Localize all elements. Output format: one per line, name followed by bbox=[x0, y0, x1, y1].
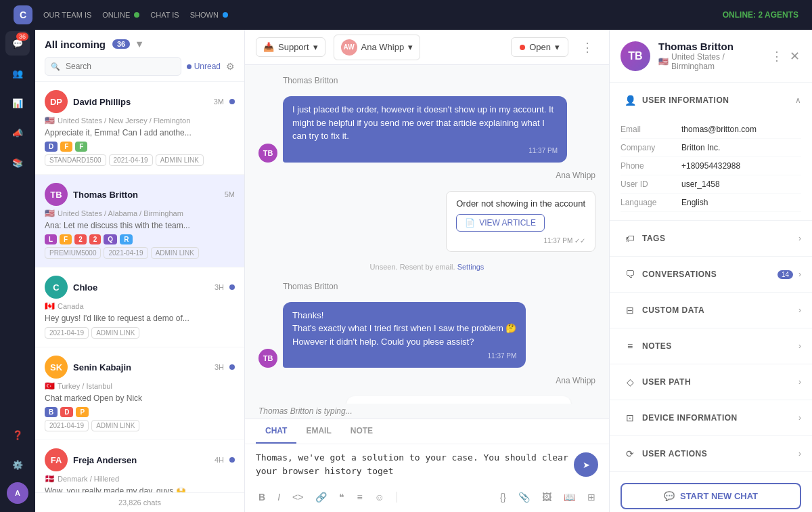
conversations-header[interactable]: 🗨 CONVERSATIONS 14 › bbox=[610, 257, 812, 292]
tag: 2 bbox=[74, 234, 87, 244]
tab-chat[interactable]: CHAT bbox=[256, 419, 296, 444]
attachment-btn[interactable]: 📎 bbox=[516, 489, 533, 505]
conv-labels: PREMIUM5000 2021-04-19 ADMIN LINK bbox=[45, 247, 235, 259]
msg-avatar: TB bbox=[258, 349, 277, 368]
msg-sender-label: Ana Whipp bbox=[258, 376, 595, 385]
language-label: Language bbox=[621, 198, 681, 207]
more-options-icon[interactable]: ⋮ bbox=[769, 47, 784, 65]
sidebar-chat-icon[interactable]: 💬 36 bbox=[5, 31, 30, 56]
sidebar-contacts-icon[interactable]: 👥 bbox=[5, 61, 30, 85]
msg-sender-label: Ana Whipp bbox=[258, 171, 595, 180]
conv-item-header: DP David Phillips 3M bbox=[45, 90, 235, 113]
agent-selector[interactable]: AW Ana Whipp ▾ bbox=[334, 35, 421, 60]
tag: D bbox=[60, 407, 73, 417]
more-options-btn[interactable]: ⋮ bbox=[577, 37, 598, 58]
quote-btn[interactable]: ❝ bbox=[336, 489, 347, 505]
chat-input[interactable]: Thomas, we've got a solution to your cas… bbox=[256, 451, 568, 478]
list-settings-icon[interactable]: ⚙ bbox=[226, 61, 235, 72]
label: ADMIN LINK bbox=[91, 327, 139, 339]
conv-preview: Chat marked Open by Nick bbox=[45, 393, 207, 403]
conv-tags: L F 2 2 Q R bbox=[45, 234, 235, 244]
chevron-right-icon: › bbox=[798, 413, 801, 423]
search-input[interactable] bbox=[45, 57, 181, 76]
bold-btn[interactable]: B bbox=[256, 489, 268, 505]
conv-dropdown[interactable]: All incoming 36 ▾ bbox=[45, 38, 142, 50]
close-panel-icon[interactable]: ✕ bbox=[788, 47, 801, 65]
unread-indicator bbox=[229, 284, 235, 290]
agents-count: ONLINE: 2 AGENTS bbox=[723, 10, 798, 20]
conv-item[interactable]: FA Freja Andersen 4H 🇩🇰 Denmark / Hiller… bbox=[35, 440, 244, 492]
conv-name: Senin Kabajin bbox=[73, 362, 209, 372]
unread-filter[interactable]: Unread bbox=[187, 62, 221, 71]
tag: F bbox=[60, 234, 72, 244]
app-logo: C bbox=[14, 5, 32, 24]
message-row: TB Thanks!That's exactly what I tried fi… bbox=[258, 302, 595, 368]
right-panel: TB Thomas Britton 🇺🇸 United States / Bir… bbox=[609, 0, 812, 512]
avatar: DP bbox=[45, 90, 68, 113]
italic-btn[interactable]: I bbox=[275, 489, 283, 505]
tags-header[interactable]: 🏷 TAGS › bbox=[610, 221, 812, 256]
conv-time: 5M bbox=[225, 190, 235, 198]
sidebar-books-icon[interactable]: 📚 bbox=[5, 150, 30, 175]
open-dot bbox=[520, 45, 525, 50]
online-status: ONLINE bbox=[102, 11, 139, 19]
start-new-chat-btn[interactable]: 💬 START NEW CHAT bbox=[621, 483, 801, 509]
article-btn[interactable]: 📖 bbox=[561, 489, 578, 505]
online-label: ONLINE bbox=[102, 11, 130, 19]
conv-item[interactable]: SK Senin Kabajin 3H 🇹🇷 Turkey / Istanbul… bbox=[35, 347, 244, 440]
settings-link[interactable]: Settings bbox=[457, 263, 484, 271]
notes-icon: ≡ bbox=[621, 337, 639, 356]
link-btn[interactable]: 🔗 bbox=[313, 489, 330, 505]
notes-header[interactable]: ≡ NOTES › bbox=[610, 328, 812, 364]
code-btn[interactable]: <> bbox=[290, 489, 306, 505]
code-block-btn[interactable]: {} bbox=[497, 489, 509, 505]
email-value: thomas@britton.com bbox=[681, 125, 757, 134]
contact-info: Thomas Britton 🇺🇸 United States / Birmin… bbox=[658, 41, 761, 71]
custom-data-header[interactable]: ⊟ CUSTOM DATA › bbox=[610, 293, 812, 328]
user-actions-section: ⟳ USER ACTIONS › bbox=[610, 436, 812, 472]
user-actions-icon: ⟳ bbox=[621, 444, 639, 463]
sidebar-campaigns-icon[interactable]: 📣 bbox=[5, 121, 30, 145]
icon-sidebar: 💬 36 👥 📊 📣 📚 ❓ ⚙️ A bbox=[0, 0, 35, 512]
conv-item[interactable]: C Chloe 3H 🇨🇦 Canada Hey guys! I'd like … bbox=[35, 268, 244, 347]
tab-note[interactable]: NOTE bbox=[341, 419, 382, 444]
sidebar-avatar[interactable]: A bbox=[7, 482, 28, 504]
search-icon: 🔍 bbox=[51, 62, 60, 71]
chevron-right-icon: › bbox=[798, 270, 801, 279]
sidebar-reports-icon[interactable]: 📊 bbox=[5, 91, 30, 115]
inbox-icon: 📥 bbox=[263, 42, 274, 52]
device-info-header[interactable]: ⊡ DEVICE INFORMATION › bbox=[610, 400, 812, 435]
send-button[interactable]: ➤ bbox=[574, 452, 598, 477]
user-path-header[interactable]: ◇ USER PATH › bbox=[610, 364, 812, 400]
tag: L bbox=[45, 234, 57, 244]
info-row-email: Email thomas@britton.com bbox=[621, 121, 801, 139]
user-actions-header[interactable]: ⟳ USER ACTIONS › bbox=[610, 436, 812, 471]
user-info-header[interactable]: 👤 USER INFORMATION ∧ bbox=[610, 83, 812, 118]
typing-indicator: Thomas Britton is typing... bbox=[245, 404, 609, 419]
shortcuts-btn[interactable]: ⊞ bbox=[585, 489, 598, 505]
topbar-left: C OUR TEAM IS ONLINE CHAT IS SHOWN bbox=[14, 5, 228, 24]
message-row: TB I just placed the order, however it d… bbox=[258, 96, 595, 163]
custom-data-icon: ⊟ bbox=[621, 301, 639, 320]
conv-item[interactable]: TB Thomas Britton 5M 🇺🇸 United States / … bbox=[35, 175, 244, 268]
chat-status: SHOWN bbox=[190, 11, 228, 19]
sidebar-help-icon[interactable]: ❓ bbox=[5, 423, 30, 447]
conv-item[interactable]: DP David Phillips 3M 🇺🇸 United States / … bbox=[35, 82, 244, 175]
image-btn[interactable]: 🖼 bbox=[539, 489, 554, 505]
conv-item-header: SK Senin Kabajin 3H bbox=[45, 356, 235, 379]
conv-location: 🇺🇸 United States / Alabama / Birmingham bbox=[45, 209, 235, 218]
tab-email[interactable]: EMAIL bbox=[296, 419, 340, 444]
device-info-title: DEVICE INFORMATION bbox=[642, 413, 798, 423]
unread-indicator bbox=[229, 99, 235, 104]
conv-name: Chloe bbox=[73, 282, 209, 293]
conv-item-header: FA Freja Andersen 4H bbox=[45, 448, 235, 471]
sidebar-settings-icon[interactable]: ⚙️ bbox=[5, 452, 30, 477]
inbox-selector[interactable]: 📥 Support ▾ bbox=[256, 37, 325, 57]
label: ADMIN LINK bbox=[156, 154, 204, 166]
status-selector[interactable]: Open ▾ bbox=[511, 37, 568, 57]
list-btn[interactable]: ≡ bbox=[354, 489, 365, 505]
emoji-btn[interactable]: ☺ bbox=[372, 489, 387, 505]
label: ADMIN LINK bbox=[151, 247, 199, 259]
tag: B bbox=[45, 407, 58, 417]
view-article-btn[interactable]: 📄 VIEW ARTICLE bbox=[456, 214, 545, 232]
